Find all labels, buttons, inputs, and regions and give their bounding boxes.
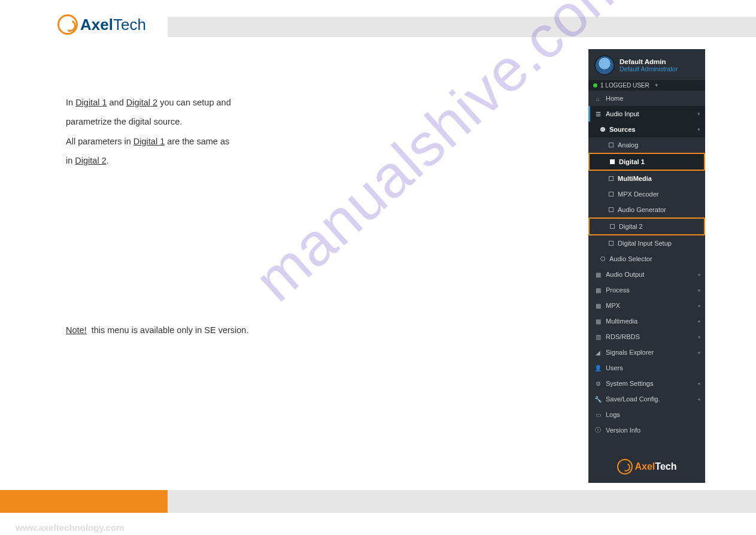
checkbox-empty-icon	[609, 207, 614, 212]
nav-label: RDS/RBDS	[606, 333, 693, 340]
t: Tech	[655, 461, 676, 471]
nav-audio-generator[interactable]: Audio Generator	[588, 202, 705, 217]
caret-down-icon: ▼	[654, 83, 659, 88]
nav-label: System Settings	[606, 380, 693, 387]
para-3: All parameters in Digital 1 are the same…	[66, 135, 557, 148]
nav-rds[interactable]: ▥ RDS/RBDS ◂	[588, 329, 705, 344]
checkbox-empty-icon	[610, 224, 615, 229]
nav-signals[interactable]: ◢ Signals Explorer ◂	[588, 344, 705, 360]
para-2: parametrize the digital source.	[66, 115, 557, 128]
logged-label: 1 LOGGED USER	[600, 82, 649, 89]
chevron-left-icon: ◂	[697, 349, 700, 355]
nav-label: Audio Selector	[609, 255, 700, 262]
grid-icon: ▦	[594, 303, 602, 309]
nav-logs[interactable]: ▭ Logs	[588, 407, 705, 422]
chevron-left-icon: ◂	[697, 318, 700, 324]
chevron-left-icon: ◂	[697, 303, 700, 309]
t: are the same as	[165, 137, 229, 146]
info-icon: ⓘ	[594, 426, 602, 434]
chevron-left-icon: ◂	[697, 287, 700, 293]
nav-system-settings[interactable]: ⚙ System Settings ◂	[588, 376, 705, 391]
wrench-icon: 🔧	[594, 396, 602, 403]
logo-text: AxelTech	[80, 16, 146, 34]
nav-label: Sources	[609, 126, 693, 133]
barcode-icon: ▥	[594, 334, 602, 340]
nav-digital2[interactable]: Digital 2	[590, 219, 704, 234]
link-digital1: Digital 1	[75, 98, 107, 107]
para-1: In Digital 1 and Digital 2 you can setup…	[66, 96, 557, 109]
t: All parameters in	[66, 137, 133, 146]
panel-logo-bottom: AxelTech	[588, 448, 705, 483]
circle-empty-icon	[600, 256, 605, 261]
nav-label: Digital 2	[619, 223, 699, 230]
note-line: Note! this menu is available only in SE …	[66, 324, 557, 337]
logo-axel: Axel	[80, 16, 113, 34]
nav-label: Users	[606, 364, 700, 371]
nav-mpx-decoder[interactable]: MPX Decoder	[588, 186, 705, 202]
t: and	[107, 98, 126, 107]
nav-label: Digital 1	[619, 158, 699, 165]
nav-users[interactable]: 👤 Users	[588, 360, 705, 376]
note-label: Note!	[66, 325, 87, 335]
highlight-digital2: Digital 2	[588, 217, 705, 235]
t: .	[107, 156, 109, 165]
footer-gray-bar	[168, 490, 756, 513]
chevron-down-icon: ▾	[697, 126, 700, 132]
page-footer: www.axeltechnology.com	[0, 490, 756, 535]
avatar-icon	[594, 55, 615, 75]
status-dot-icon	[593, 83, 597, 87]
nav-label: Process	[606, 286, 693, 294]
nav-label: Version Info	[606, 427, 700, 434]
link-digital1b: Digital 1	[133, 137, 165, 146]
nav-audio-selector[interactable]: Audio Selector	[588, 251, 705, 267]
nav-save-load[interactable]: 🔧 Save/Load Config. ◂	[588, 391, 705, 407]
nav-audio-input[interactable]: ☰ Audio Input ▾	[588, 106, 705, 122]
chevron-left-icon: ◂	[697, 334, 700, 340]
note-rest: this menu is available only in SE versio…	[89, 325, 249, 335]
checkbox-empty-icon	[609, 192, 614, 197]
logged-user-bar[interactable]: 1 LOGGED USER ▼	[588, 80, 705, 90]
t: In	[66, 98, 75, 107]
nav-multimedia[interactable]: MultiMedia	[588, 171, 705, 186]
nav-label: MPX	[606, 302, 693, 309]
footer-url: www.axeltechnology.com	[16, 522, 125, 533]
page-header: AxelTech	[0, 17, 756, 37]
grid-icon: ▦	[594, 318, 602, 325]
chevron-down-icon: ▾	[697, 111, 700, 117]
nav-audio-output[interactable]: ▦ Audio Output ◂	[588, 267, 705, 282]
nav-multimedia2[interactable]: ▦ Multimedia ◂	[588, 313, 705, 329]
nav-label: Save/Load Config.	[606, 395, 693, 403]
nav-label: Logs	[606, 411, 700, 418]
t: you can setup and	[157, 98, 231, 107]
nav-label: Audio Input	[606, 110, 693, 117]
nav-mpx[interactable]: ▦ MPX ◂	[588, 298, 705, 313]
nav-process[interactable]: ▦ Process ◂	[588, 282, 705, 298]
user-header[interactable]: Default Admin Default Administrator	[588, 49, 705, 80]
nav-home[interactable]: ⌂ Home	[588, 90, 705, 106]
nav-version[interactable]: ⓘ Version Info	[588, 422, 705, 438]
logo-swirl-icon	[617, 459, 633, 474]
grid-icon: ▦	[594, 287, 602, 294]
nav-label: Audio Output	[606, 271, 693, 278]
header-gray-bar	[168, 17, 756, 37]
highlight-digital1: Digital 1	[588, 153, 705, 171]
grid-icon: ▦	[594, 271, 602, 278]
logo-swirl-icon	[57, 14, 78, 35]
nav-digital-input-setup[interactable]: Digital Input Setup	[588, 235, 705, 251]
user-text-block: Default Admin Default Administrator	[620, 58, 678, 72]
main-content: In Digital 1 and Digital 2 you can setup…	[66, 96, 557, 343]
user-role: Default Administrator	[620, 65, 678, 72]
checkbox-filled-icon	[610, 159, 615, 164]
para-4: in Digital 2.	[66, 154, 557, 167]
nav-analog[interactable]: Analog	[588, 137, 705, 153]
link-digital2: Digital 2	[126, 98, 157, 107]
t: Axel	[635, 461, 655, 471]
home-icon: ⌂	[594, 95, 602, 102]
nav-label: Home	[606, 95, 700, 102]
nav-label: MultiMedia	[618, 175, 700, 182]
nav-label: Digital Input Setup	[618, 240, 700, 247]
nav-sources[interactable]: Sources ▾	[588, 122, 705, 137]
chevron-left-icon: ◂	[697, 396, 700, 402]
link-digital2b: Digital 2	[75, 156, 106, 165]
nav-digital1[interactable]: Digital 1	[590, 154, 704, 170]
